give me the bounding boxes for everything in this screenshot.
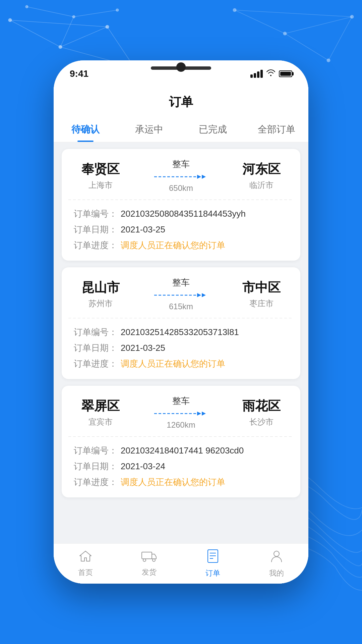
svg-point-5 xyxy=(8,18,12,22)
svg-line-9 xyxy=(27,7,74,17)
svg-line-1 xyxy=(60,27,107,47)
to-city-3: 雨花区 长沙市 xyxy=(235,397,288,427)
phone-frame: 9:41 订单 待确认 xyxy=(54,60,308,584)
page-title-bar: 订单 xyxy=(54,87,308,117)
from-city-1: 奉贤区 上海市 xyxy=(74,161,127,191)
card-detail-1: 订单编号： 20210325080843511844453yyh 订单日期： 2… xyxy=(62,200,300,261)
nav-home[interactable]: 首页 xyxy=(54,544,117,584)
svg-marker-25 xyxy=(197,175,201,179)
svg-marker-29 xyxy=(202,293,206,297)
route-3: 整车 1260km xyxy=(127,395,235,430)
tab-transit[interactable]: 承运中 xyxy=(117,117,181,142)
order-card-3[interactable]: 翠屏区 宜宾市 整车 1260km xyxy=(62,386,300,497)
route-arrow-3 xyxy=(154,409,208,418)
card-top-1: 奉贤区 上海市 整车 650km xyxy=(62,149,300,200)
svg-point-35 xyxy=(153,559,155,561)
wifi-icon xyxy=(266,69,276,78)
truck-icon xyxy=(141,550,157,565)
card-top-3: 翠屏区 宜宾市 整车 1260km xyxy=(62,386,300,436)
detail-progress-3: 订单进度： 调度人员正在确认您的订单 xyxy=(74,476,288,488)
card-top-2: 昆山市 苏州市 整车 615km xyxy=(62,267,300,318)
status-icons xyxy=(250,69,292,78)
nav-profile[interactable]: 我的 xyxy=(245,544,308,584)
svg-marker-28 xyxy=(197,293,201,297)
svg-point-14 xyxy=(116,9,119,11)
detail-progress-2: 订单进度： 调度人员正在确认您的订单 xyxy=(74,358,288,370)
to-city-2: 市中区 枣庄市 xyxy=(235,279,288,309)
detail-date-3: 订单日期： 2021-03-24 xyxy=(74,461,288,472)
detail-date-1: 订单日期： 2021-03-25 xyxy=(74,224,288,235)
page-title: 订单 xyxy=(54,94,308,117)
route-arrow-1 xyxy=(154,172,208,181)
svg-point-12 xyxy=(25,5,28,8)
svg-point-34 xyxy=(143,559,146,561)
svg-line-19 xyxy=(328,17,352,60)
detail-progress-1: 订单进度： 调度人员正在确认您的订单 xyxy=(74,239,288,251)
tab-all[interactable]: 全部订单 xyxy=(245,117,308,142)
order-card-2[interactable]: 昆山市 苏州市 整车 615km xyxy=(62,267,300,379)
svg-point-22 xyxy=(350,15,354,18)
signal-icon xyxy=(250,70,263,78)
svg-point-7 xyxy=(106,25,109,29)
svg-line-18 xyxy=(285,34,328,60)
tab-pending[interactable]: 待确认 xyxy=(54,117,117,142)
svg-marker-26 xyxy=(202,175,206,179)
app-content: 订单 待确认 承运中 已完成 全部订单 奉贤区 xyxy=(54,87,308,584)
status-bar: 9:41 xyxy=(54,60,308,87)
svg-point-23 xyxy=(327,59,330,62)
svg-line-16 xyxy=(285,17,352,34)
route-arrow-2 xyxy=(154,290,208,300)
battery-icon xyxy=(279,70,292,77)
svg-line-3 xyxy=(10,20,107,27)
to-city-1: 河东区 临沂市 xyxy=(235,161,288,191)
svg-marker-32 xyxy=(202,412,206,416)
route-2: 整车 615km xyxy=(127,277,235,311)
status-time: 9:41 xyxy=(70,68,88,79)
from-city-2: 昆山市 苏州市 xyxy=(74,279,127,309)
svg-marker-31 xyxy=(197,412,201,416)
svg-line-10 xyxy=(74,10,117,17)
bottom-nav: 首页 发货 xyxy=(54,543,308,584)
detail-orderno-2: 订单编号： 2021032514285332053713l81 xyxy=(74,326,288,338)
nav-ship[interactable]: 发货 xyxy=(117,544,181,584)
svg-rect-33 xyxy=(142,552,152,559)
svg-point-13 xyxy=(72,15,75,18)
svg-line-0 xyxy=(10,20,60,47)
detail-orderno-3: 订单编号： 20210324184017441 96203cd0 xyxy=(74,445,288,457)
nav-order[interactable]: 订单 xyxy=(181,544,245,584)
tabs-bar: 待确认 承运中 已完成 全部订单 xyxy=(54,117,308,142)
order-list[interactable]: 奉贤区 上海市 整车 650km xyxy=(54,142,308,543)
svg-point-40 xyxy=(274,551,279,556)
order-icon xyxy=(206,549,219,566)
order-card-1[interactable]: 奉贤区 上海市 整车 650km xyxy=(62,149,300,261)
person-icon xyxy=(270,549,283,566)
detail-orderno-1: 订单编号： 20210325080843511844453yyh xyxy=(74,208,288,220)
home-icon xyxy=(78,550,93,566)
tab-completed[interactable]: 已完成 xyxy=(181,117,245,142)
svg-point-21 xyxy=(283,32,287,35)
svg-line-11 xyxy=(60,17,74,47)
svg-point-20 xyxy=(233,8,236,12)
card-detail-3: 订单编号： 20210324184017441 96203cd0 订单日期： 2… xyxy=(62,437,300,497)
svg-line-17 xyxy=(235,10,352,17)
route-1: 整车 650km xyxy=(127,158,235,193)
detail-date-2: 订单日期： 2021-03-25 xyxy=(74,342,288,354)
from-city-3: 翠屏区 宜宾市 xyxy=(74,397,127,427)
svg-point-6 xyxy=(59,45,62,49)
svg-line-15 xyxy=(235,10,285,34)
card-detail-2: 订单编号： 2021032514285332053713l81 订单日期： 20… xyxy=(62,318,300,379)
